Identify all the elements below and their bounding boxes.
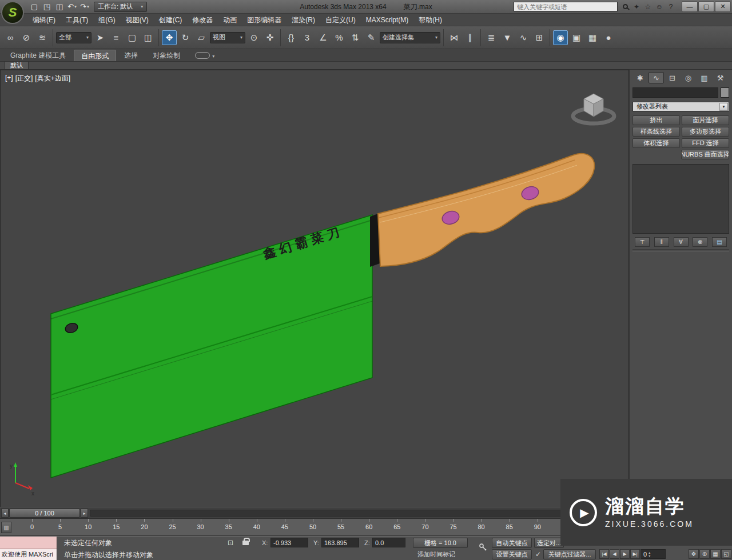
pin-stack-icon[interactable]: ⊤ [635,237,650,247]
ribbon-tab-freeform[interactable]: 自由形式 [74,50,116,61]
align-icon[interactable]: ∥ [463,30,478,45]
selected-filter-dropdown[interactable]: 选定对... [534,538,564,548]
unlink-selection-icon[interactable]: ⊘ [19,30,34,45]
app-menu-logo-icon[interactable]: S [1,1,24,24]
menu-item-1[interactable]: 工具(T) [61,14,93,26]
menu-item-0[interactable]: 编辑(E) [27,14,61,26]
show-end-result-icon[interactable]: ‖ [654,237,669,247]
search-input[interactable] [514,2,618,11]
x-coordinate-field[interactable]: -0.933 [270,538,308,547]
menu-item-4[interactable]: 创建(C) [154,14,188,26]
menu-item-6[interactable]: 动画 [218,14,242,26]
previous-frame-button[interactable]: ◂ [1,509,9,518]
panel-tab-create[interactable]: ✱ [632,72,648,83]
viewcube[interactable] [573,94,614,123]
track-bar-marker-icon[interactable]: ▥ [1,522,11,533]
select-and-link-icon[interactable]: ∞ [3,30,18,45]
track-bar[interactable]: ▥ ∿ 051015202530354045505560657075808590… [0,519,629,536]
listener-script-row[interactable]: 欢迎使用 MAXScri [0,549,57,560]
next-frame-button[interactable]: ▸ [81,509,88,518]
curve-editor-icon[interactable]: ∿ [516,30,531,45]
y-coordinate-field[interactable]: 163.895 [321,538,359,547]
modifier-button[interactable]: FFD 选择 [682,138,729,148]
menu-item-9[interactable]: 自定义(U) [320,14,361,26]
menu-item-5[interactable]: 修改器 [187,14,218,26]
zoom-extents-icon[interactable]: ▦ [710,549,721,559]
play-animation-icon[interactable]: ▶ [620,549,630,559]
spinner-snap-icon[interactable]: ⇅ [348,30,363,45]
bind-to-space-warp-icon[interactable]: ≋ [35,30,50,45]
remove-modifier-icon[interactable]: ⊗ [693,237,707,247]
viewport-shading-menu[interactable]: [真实+边面] [35,74,70,83]
search-icon[interactable] [620,2,630,12]
select-and-rotate-icon[interactable]: ↻ [178,30,193,45]
modifier-button[interactable]: 体积选择 [632,138,680,148]
layer-manager-icon[interactable]: ≣ [484,30,499,45]
selection-filter-dropdown[interactable]: 全部▾ [56,32,92,43]
time-slider-track[interactable] [90,510,628,517]
listener-macro-row[interactable] [0,537,57,549]
viewport-pov-menu[interactable]: [正交] [15,74,33,83]
menu-item-10[interactable]: MAXScript(M) [361,14,414,26]
next-frame-icon[interactable]: ▶| [630,549,640,559]
material-editor-icon[interactable]: ◉ [553,30,568,45]
workspace-dropdown[interactable]: 工作台: 默认 ▾ [94,2,147,12]
angle-snap-icon[interactable]: ∠ [316,30,331,45]
selection-region-icon[interactable]: ▢ [125,30,140,45]
ribbon-tab-graphite[interactable]: Graphite 建模工具 [3,50,73,61]
configure-modifier-sets-icon[interactable]: ▤ [712,237,727,247]
zoom-icon[interactable]: ⊕ [699,549,710,559]
use-center-icon[interactable]: ⊙ [246,30,261,45]
reference-coordinate-dropdown[interactable]: 视图▾ [210,32,245,43]
select-object-icon[interactable]: ➤ [93,30,108,45]
percent-snap-icon[interactable]: % [332,30,347,45]
menu-item-8[interactable]: 渲染(R) [287,14,320,26]
maximize-button[interactable]: ▢ [698,1,714,12]
previous-frame-icon[interactable]: ◀ [610,549,619,559]
isolate-selection-icon[interactable]: ⊡ [225,538,236,548]
save-file-icon[interactable]: ◫ [54,1,65,13]
panel-tab-display[interactable]: ▥ [697,72,712,83]
ribbon-collapse-toggle[interactable] [195,52,210,59]
minimize-button[interactable]: — [682,1,698,12]
viewport[interactable]: [+] [正交] [真实+边面] 鑫幻霸菜刀 [0,70,629,507]
infocenter-star-icon[interactable]: ✦ [631,2,642,12]
favorites-star-icon[interactable]: ☆ [643,2,653,12]
maximize-viewport-toggle-icon[interactable]: ◱ [721,549,731,559]
select-and-scale-icon[interactable]: ▱ [194,30,209,45]
new-file-icon[interactable]: ▢ [29,1,40,13]
selection-lock-icon[interactable] [240,538,250,548]
panel-tab-motion[interactable]: ◎ [681,72,696,83]
menu-item-3[interactable]: 视图(V) [121,14,154,26]
modifier-button[interactable]: 多边形选择 [682,127,729,137]
modifier-button[interactable]: 面片选择 [682,115,729,125]
modifier-button[interactable]: 挤出 [632,115,680,125]
ribbon-tab-selection[interactable]: 选择 [117,50,145,61]
make-unique-icon[interactable]: ∀ [674,237,689,247]
undo-icon[interactable]: ↶▾ [66,1,78,13]
pan-view-icon[interactable]: ✥ [689,549,699,559]
object-name-field[interactable] [632,87,718,98]
modifier-button[interactable]: NURBS 曲面选择 [681,150,729,159]
current-frame-field[interactable]: 0 ▴▾ [640,549,666,559]
signin-user-icon[interactable]: ☺ [654,2,665,12]
panel-tab-utilities[interactable]: ⚒ [713,72,728,83]
set-key-button[interactable]: 设置关键点 [492,549,532,559]
modifier-list-dropdown[interactable]: 修改器列表 ▾ [632,102,729,111]
set-keys-icon[interactable] [478,542,488,553]
select-by-name-icon[interactable]: ≡ [109,30,124,45]
go-to-start-icon[interactable]: |◀ [599,549,609,559]
add-time-tag[interactable]: 添加时间标记 [417,550,455,559]
render-production-icon[interactable]: ● [601,30,616,45]
named-selection-sets-dropdown[interactable]: 创建选择集▾ [380,32,440,43]
viewport-general-menu[interactable]: [+] [5,74,13,83]
snap-toggle-3d-icon[interactable]: 3 [300,30,315,45]
open-file-icon[interactable]: ◳ [41,1,53,13]
window-crossing-icon[interactable]: ◫ [141,30,156,45]
schematic-view-icon[interactable]: ⊞ [532,30,547,45]
select-and-manipulate-icon[interactable]: ✜ [262,30,277,45]
select-and-move-icon[interactable]: ✥ [162,30,177,45]
panel-tab-hierarchy[interactable]: ⊟ [665,72,680,83]
menu-item-11[interactable]: 帮助(H) [413,14,447,26]
auto-key-button[interactable]: 自动关键点 [492,538,532,548]
